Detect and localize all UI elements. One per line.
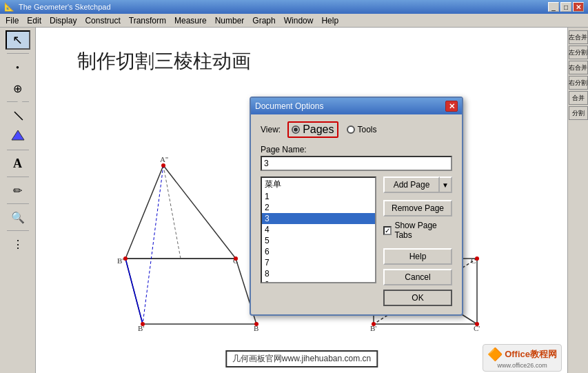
menu-construct[interactable]: Construct <box>81 15 124 26</box>
more-tool[interactable]: ⋮ <box>6 234 30 254</box>
svg-line-9 <box>143 165 163 324</box>
office-logo: 🔶 Office教程网 www.office26.com <box>483 344 562 372</box>
divider-5 <box>7 203 29 204</box>
menu-number[interactable]: Number <box>211 15 249 26</box>
menubar: File Edit Display Construct Transform Me… <box>0 14 588 28</box>
menu-help[interactable]: Help <box>317 15 343 26</box>
page-name-label: Page Name: <box>261 145 452 154</box>
left-merge-button[interactable]: 左合并 <box>569 30 588 44</box>
dialog-title: Document Options <box>255 101 323 111</box>
marker-tool[interactable]: ✏ <box>6 181 30 200</box>
divider-4 <box>7 177 29 177</box>
svg-point-26 <box>123 256 128 261</box>
canvas-title: 制作切割三棱柱动画 <box>77 48 251 74</box>
svg-marker-0 <box>12 130 24 140</box>
menu-file[interactable]: File <box>1 15 23 26</box>
pages-label: Pages <box>303 123 334 136</box>
tools-label: Tools <box>358 125 377 134</box>
list-item-menu[interactable]: 菜单 <box>262 178 375 191</box>
document-options-dialog: Document Options ✕ View: Pages Tools <box>250 97 463 316</box>
canvas-area: A'' B'' C B' B B' C' C'' 制作切割三棱柱动画 几何画板官… <box>36 28 567 373</box>
minimize-button[interactable]: _ <box>548 2 559 12</box>
left-split-button[interactable]: 左分割 <box>569 46 588 59</box>
menu-window[interactable]: Window <box>280 15 318 26</box>
list-item-2[interactable]: 2 <box>262 202 375 213</box>
svg-text:A'': A'' <box>160 155 168 163</box>
divider-1 <box>7 53 29 54</box>
svg-point-25 <box>161 163 165 168</box>
cancel-button[interactable]: Cancel <box>383 269 452 285</box>
window-title: The Geometer's Sketchpad <box>19 3 111 11</box>
app-icon: 📐 <box>4 2 14 12</box>
add-page-dropdown[interactable]: ▼ <box>440 177 452 193</box>
remove-page-button[interactable]: Remove Page <box>383 200 452 216</box>
svg-point-27 <box>234 256 238 261</box>
merge-button[interactable]: 合并 <box>569 91 588 105</box>
svg-line-10 <box>125 259 143 324</box>
pages-listbox[interactable]: 菜单 1 2 3 4 5 6 7 8 9 10 <box>261 177 376 283</box>
svg-line-4 <box>163 165 181 259</box>
list-item-7[interactable]: 7 <box>262 257 375 268</box>
list-item-5[interactable]: 5 <box>262 235 375 246</box>
list-item-9[interactable]: 9 <box>262 279 375 283</box>
tools-radio-circle <box>347 125 355 134</box>
menu-display[interactable]: Display <box>45 15 81 26</box>
svg-line-2 <box>163 165 236 259</box>
right-sidebar: 左合并 左分割 右合并 右分割 合并 分割 <box>567 28 588 373</box>
watermark: 几何画板官网www.jihehuaban.com.cn <box>225 350 378 367</box>
show-page-tabs-label: Show Page Tabs <box>394 221 452 240</box>
pointer-tool[interactable]: ↖ <box>6 30 30 50</box>
show-page-tabs-row: ✓ Show Page Tabs <box>383 221 452 240</box>
show-page-tabs-checkbox[interactable]: ✓ <box>383 226 392 235</box>
right-merge-button[interactable]: 右合并 <box>569 61 588 74</box>
divider-3 <box>7 150 29 150</box>
info-tool[interactable]: 🔍 <box>6 208 30 227</box>
pages-radio-option[interactable]: Pages <box>287 121 338 138</box>
right-split-button[interactable]: 右分割 <box>569 76 588 90</box>
left-toolbar: ↖ ● ⊕ | A ✏ 🔍 ⋮ <box>0 28 36 373</box>
svg-point-28 <box>141 322 145 326</box>
menu-edit[interactable]: Edit <box>23 15 45 26</box>
ok-button[interactable]: OK <box>383 290 452 306</box>
list-item-3[interactable]: 3 <box>262 213 375 224</box>
help-button[interactable]: Help <box>383 248 452 265</box>
dialog-titlebar: Document Options ✕ <box>251 98 462 114</box>
menu-measure[interactable]: Measure <box>170 15 211 26</box>
point-tool[interactable]: ● <box>6 57 30 77</box>
tools-radio-option[interactable]: Tools <box>347 125 377 134</box>
divider-6 <box>7 230 29 231</box>
list-item-6[interactable]: 6 <box>262 246 375 257</box>
svg-line-1 <box>125 165 163 259</box>
line-tool[interactable]: | <box>2 99 33 130</box>
view-label: View: <box>261 125 281 134</box>
split-button[interactable]: 分割 <box>569 106 588 120</box>
svg-point-33 <box>475 322 479 326</box>
svg-point-31 <box>475 256 479 261</box>
menu-graph[interactable]: Graph <box>248 15 279 26</box>
svg-point-29 <box>254 322 258 326</box>
maximize-button[interactable]: □ <box>560 2 571 12</box>
list-item-1[interactable]: 1 <box>262 191 375 202</box>
page-name-input[interactable] <box>261 156 452 171</box>
menu-transform[interactable]: Transform <box>125 15 170 26</box>
list-item-8[interactable]: 8 <box>262 268 375 279</box>
add-page-button[interactable]: Add Page <box>383 177 440 193</box>
compass-tool[interactable]: ⊕ <box>6 79 30 98</box>
pages-radio-circle <box>292 125 300 134</box>
polygon-tool[interactable] <box>6 127 30 146</box>
list-item-4[interactable]: 4 <box>262 224 375 235</box>
svg-point-32 <box>372 322 376 326</box>
close-button[interactable]: ✕ <box>573 2 584 12</box>
add-page-row: Add Page ▼ <box>383 177 452 193</box>
text-tool[interactable]: A <box>6 154 30 173</box>
dialog-close-button[interactable]: ✕ <box>445 101 458 112</box>
